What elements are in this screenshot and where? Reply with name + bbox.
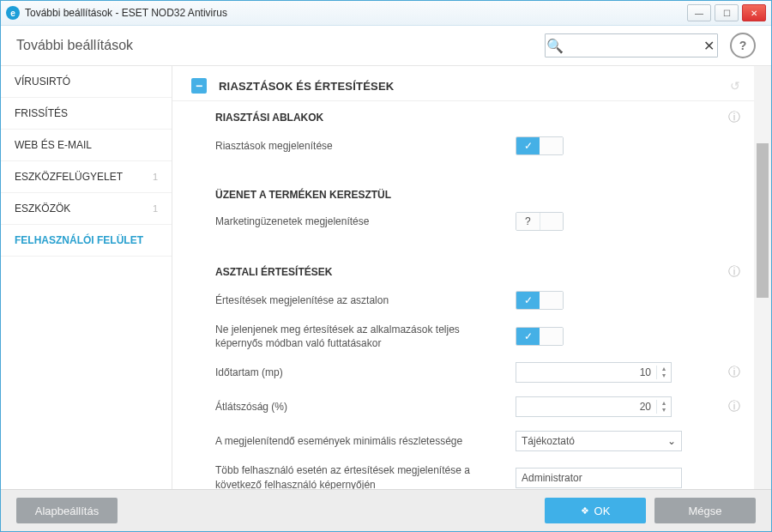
sidebar-item-label: FELHASZNÁLÓI FELÜLET bbox=[15, 234, 143, 246]
clear-search-icon[interactable]: ✕ bbox=[700, 38, 717, 54]
row-marketing-messages: Marketingüzenetek megjelenítése ? bbox=[172, 204, 754, 239]
info-icon[interactable]: ⓘ bbox=[728, 264, 740, 280]
help-button[interactable]: ? bbox=[730, 33, 756, 58]
row-target-user: Több felhasználó esetén az értesítések m… bbox=[172, 458, 754, 489]
transparency-value: 20 bbox=[516, 401, 656, 413]
target-user-field[interactable]: Administrator bbox=[516, 468, 682, 488]
page-title: További beállítások bbox=[16, 38, 133, 53]
body: VÍRUSIRTÓ FRISSÍTÉS WEB ÉS E-MAIL ESZKÖZ… bbox=[1, 65, 771, 489]
scrollbar[interactable] bbox=[754, 66, 771, 489]
app-logo-icon: e bbox=[6, 6, 20, 20]
sidebar-item-badge: 1 bbox=[153, 172, 158, 182]
search-box[interactable]: 🔍 ✕ bbox=[545, 33, 718, 57]
duration-stepper[interactable]: 10 ▴ ▾ bbox=[516, 362, 672, 383]
header: További beállítások 🔍 ✕ ? bbox=[1, 26, 771, 65]
info-icon[interactable]: ⓘ bbox=[728, 365, 740, 380]
main-panel: − RIASZTÁSOK ÉS ÉRTESÍTÉSEK ↺ RIASZTÁSI … bbox=[172, 66, 754, 489]
collapse-icon[interactable]: − bbox=[191, 78, 207, 94]
row-hide-fullscreen: Ne jelenjenek meg értesítések az alkalma… bbox=[172, 317, 754, 355]
row-duration: Időtartam (mp) 10 ▴ ▾ ⓘ bbox=[172, 355, 754, 390]
row-min-verbosity: A megjelenítendő események minimális rés… bbox=[172, 424, 754, 458]
target-user-value: Administrator bbox=[522, 472, 582, 484]
app-window: e További beállítások - ESET NOD32 Antiv… bbox=[0, 0, 772, 532]
content: − RIASZTÁSOK ÉS ÉRTESÍTÉSEK ↺ RIASZTÁSI … bbox=[172, 66, 754, 489]
question-icon: ? bbox=[516, 213, 540, 230]
spin-down-icon[interactable]: ▾ bbox=[657, 372, 671, 379]
spinner[interactable]: ▴ ▾ bbox=[656, 400, 671, 414]
close-button[interactable]: ✕ bbox=[742, 4, 766, 21]
row-show-desktop-notifications: Értesítések megjelenítése az asztalon ✓ bbox=[172, 283, 754, 317]
transparency-stepper[interactable]: 20 ▴ ▾ bbox=[516, 396, 672, 417]
ok-button[interactable]: ❖ OK bbox=[545, 498, 646, 523]
row-label: Több felhasználó esetén az értesítések m… bbox=[215, 463, 516, 489]
row-label: Átlátszóság (%) bbox=[215, 400, 516, 414]
duration-value: 10 bbox=[516, 366, 656, 378]
main-wrap: − RIASZTÁSOK ÉS ÉRTESÍTÉSEK ↺ RIASZTÁSI … bbox=[172, 66, 771, 489]
info-icon[interactable]: ⓘ bbox=[728, 399, 740, 414]
group-header-product-messages: ÜZENET A TERMÉKEN KERESZTÜL bbox=[172, 180, 754, 204]
verbosity-select[interactable]: Tájékoztató ⌄ bbox=[516, 431, 682, 451]
ok-icon: ❖ bbox=[581, 505, 589, 517]
group-header-alert-windows: RIASZTÁSI ABLAKOK ⓘ bbox=[172, 101, 754, 129]
section-title: RIASZTÁSOK ÉS ÉRTESÍTÉSEK bbox=[219, 80, 394, 93]
chevron-down-icon: ⌄ bbox=[667, 435, 676, 447]
toggle-show-alerts[interactable]: ✓ bbox=[516, 136, 564, 155]
verbosity-value: Tájékoztató bbox=[522, 435, 575, 447]
sidebar: VÍRUSIRTÓ FRISSÍTÉS WEB ÉS E-MAIL ESZKÖZ… bbox=[1, 66, 172, 489]
search-icon: 🔍 bbox=[546, 38, 564, 54]
spinner[interactable]: ▴ ▾ bbox=[656, 366, 671, 379]
row-label: Időtartam (mp) bbox=[215, 366, 516, 379]
group-header-desktop-notifications: ASZTALI ÉRTESÍTÉSEK ⓘ bbox=[172, 256, 754, 283]
footer: Alapbeállítás ❖ OK Mégse bbox=[1, 489, 771, 531]
toggle-hide-fullscreen[interactable]: ✓ bbox=[516, 327, 564, 346]
sidebar-item-label: FRISSÍTÉS bbox=[15, 107, 68, 119]
titlebar: e További beállítások - ESET NOD32 Antiv… bbox=[1, 1, 771, 26]
search-input[interactable] bbox=[564, 39, 700, 52]
sidebar-item-label: ESZKÖZFELÜGYELET bbox=[15, 171, 123, 183]
sidebar-item-badge: 1 bbox=[153, 203, 158, 214]
row-label: Ne jelenjenek meg értesítések az alkalma… bbox=[215, 323, 516, 350]
row-label: Marketingüzenetek megjelenítése bbox=[215, 215, 516, 228]
info-icon[interactable]: ⓘ bbox=[728, 110, 740, 125]
sidebar-item-frissites[interactable]: FRISSÍTÉS bbox=[1, 98, 172, 130]
row-transparency: Átlátszóság (%) 20 ▴ ▾ ⓘ bbox=[172, 390, 754, 424]
sidebar-item-eszkozfelugyelet[interactable]: ESZKÖZFELÜGYELET 1 bbox=[1, 161, 172, 193]
check-icon: ✓ bbox=[516, 292, 540, 309]
maximize-button[interactable]: ☐ bbox=[715, 4, 739, 21]
group-title: ASZTALI ÉRTESÍTÉSEK bbox=[215, 266, 332, 278]
reset-icon[interactable]: ↺ bbox=[730, 79, 740, 93]
toggle-show-desktop-notifications[interactable]: ✓ bbox=[516, 291, 564, 310]
ok-label: OK bbox=[594, 505, 611, 517]
row-label: A megjelenítendő események minimális rés… bbox=[215, 434, 516, 448]
sidebar-item-label: VÍRUSIRTÓ bbox=[15, 76, 70, 88]
sidebar-item-felhasznaloi-felulet[interactable]: FELHASZNÁLÓI FELÜLET bbox=[1, 225, 172, 257]
check-icon: ✓ bbox=[516, 137, 540, 154]
spin-down-icon[interactable]: ▾ bbox=[657, 407, 671, 414]
toggle-marketing-messages[interactable]: ? bbox=[516, 212, 564, 231]
sidebar-item-virusirto[interactable]: VÍRUSIRTÓ bbox=[1, 66, 172, 98]
cancel-button[interactable]: Mégse bbox=[654, 498, 756, 523]
group-title: ÜZENET A TERMÉKEN KERESZTÜL bbox=[215, 189, 391, 201]
check-icon: ✓ bbox=[516, 328, 540, 345]
sidebar-item-eszkozok[interactable]: ESZKÖZÖK 1 bbox=[1, 193, 172, 225]
minimize-button[interactable]: — bbox=[687, 4, 711, 21]
row-show-alerts: Riasztások megjelenítése ✓ bbox=[172, 129, 754, 163]
sidebar-item-label: ESZKÖZÖK bbox=[15, 203, 70, 215]
sidebar-item-web-email[interactable]: WEB ÉS E-MAIL bbox=[1, 130, 172, 161]
sidebar-item-label: WEB ÉS E-MAIL bbox=[15, 139, 92, 151]
row-label: Riasztások megjelenítése bbox=[215, 139, 516, 153]
group-title: RIASZTÁSI ABLAKOK bbox=[215, 112, 323, 124]
defaults-button[interactable]: Alapbeállítás bbox=[16, 498, 118, 523]
row-label: Értesítések megjelenítése az asztalon bbox=[215, 293, 516, 307]
scrollbar-thumb[interactable] bbox=[757, 143, 769, 298]
section-header-alerts[interactable]: − RIASZTÁSOK ÉS ÉRTESÍTÉSEK ↺ bbox=[172, 71, 754, 101]
window-title: További beállítások - ESET NOD32 Antivir… bbox=[25, 7, 227, 19]
